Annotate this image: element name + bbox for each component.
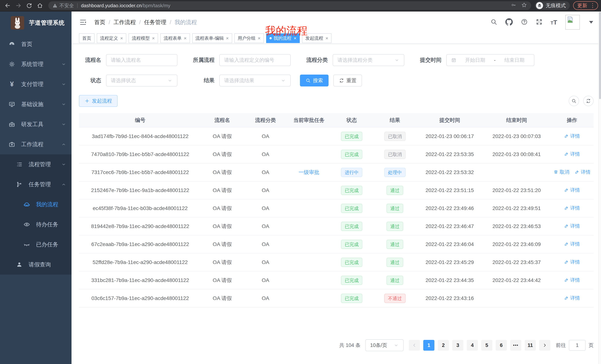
sidebar-item-home[interactable]: 首页 — [0, 34, 71, 54]
browser-update-button[interactable]: 更新 ⋮ — [573, 1, 598, 10]
tab-close-icon[interactable]: × — [120, 36, 123, 41]
fullscreen-icon[interactable] — [536, 19, 542, 26]
browser-back-button[interactable] — [3, 1, 12, 10]
result-badge: 通过 — [387, 258, 403, 267]
create-process-button[interactable]: 发起流程 — [79, 95, 118, 107]
cell-process-category: OA — [243, 289, 288, 307]
next-page-button[interactable] — [539, 340, 550, 351]
cell-status: 已完成 — [330, 289, 373, 307]
reset-button[interactable]: 重置 — [333, 75, 362, 86]
passkey-icon[interactable] — [511, 2, 516, 9]
tab[interactable]: 流程定义× — [97, 33, 126, 43]
process-category-select[interactable]: 请选择流程分类 — [333, 54, 404, 66]
detail-action-link[interactable]: 详情 — [564, 133, 580, 139]
tab[interactable]: 流程表单-编辑× — [192, 33, 232, 43]
tab-close-icon[interactable]: × — [258, 36, 260, 41]
breadcrumb-item[interactable]: 任务管理 — [144, 19, 166, 26]
tab-close-icon[interactable]: × — [184, 36, 186, 41]
sidebar-item-system[interactable]: 系统管理 — [0, 54, 71, 74]
url-text[interactable]: dashboard.yudao.iocoder.cn/bpm/task/my — [81, 3, 170, 9]
detail-action-link[interactable]: 详情 — [564, 205, 580, 211]
tab[interactable]: 用户分组× — [234, 33, 264, 43]
cell-process-id: ec45f38f-7b9a-11ec-b03b-acde48001122 — [79, 199, 201, 217]
start-date-placeholder: 开始日期 — [460, 57, 490, 63]
page-button[interactable]: 3 — [452, 340, 463, 351]
browser-home-button[interactable] — [35, 1, 45, 10]
browser-forward-button[interactable] — [14, 1, 23, 10]
status-select[interactable]: 请选择状态 — [106, 75, 177, 86]
cell-end-time: 2022-01-23 00:08:41 — [483, 145, 550, 163]
result-badge: 不通过 — [384, 294, 406, 303]
result-select[interactable]: 请选择流结果 — [219, 75, 291, 86]
cancel-action-link[interactable]: 取消 — [553, 169, 570, 175]
current-task-link[interactable]: 一级审批 — [299, 169, 320, 175]
page-button[interactable]: 4 — [467, 340, 478, 351]
app-logo-row[interactable]: 芋道管理系统 — [0, 11, 71, 34]
address-bar[interactable]: 不安全 dashboard.yudao.iocoder.cn/bpm/task/… — [48, 1, 531, 10]
detail-action-link[interactable]: 详情 — [564, 259, 580, 265]
scrollbar-thumb[interactable] — [599, 12, 601, 99]
goto-page-input[interactable] — [569, 340, 586, 351]
cell-result: 不通过 — [373, 289, 417, 307]
sidebar-item-leave-query[interactable]: 请假查询 — [0, 255, 71, 275]
cell-submit-time: 2022-01-22 23:53:32 — [417, 163, 483, 181]
tab-close-icon[interactable]: × — [226, 36, 229, 41]
security-warning-label[interactable]: 不安全 — [60, 2, 74, 9]
detail-action-link[interactable]: 详情 — [564, 241, 580, 247]
page-ellipsis[interactable]: ••• — [510, 340, 521, 351]
github-icon[interactable] — [505, 18, 513, 26]
submit-time-range-picker[interactable]: 开始日期 - 结束日期 — [446, 54, 534, 66]
page-button-active[interactable]: 1 — [423, 340, 434, 351]
detail-action-link[interactable]: 详情 — [564, 151, 580, 157]
bookmark-star-icon[interactable] — [521, 2, 527, 9]
cell-current-task — [288, 217, 330, 235]
result-badge: 通过 — [387, 204, 403, 213]
page-button[interactable]: 2 — [438, 340, 449, 351]
incognito-icon — [536, 2, 543, 9]
breadcrumb-item[interactable]: 工作流程 — [113, 19, 136, 26]
font-size-icon[interactable]: TT — [551, 19, 557, 26]
refresh-table-button[interactable] — [583, 96, 594, 106]
detail-action-link[interactable]: 详情 — [564, 277, 580, 283]
header-search-icon[interactable] — [491, 19, 497, 26]
sidebar-item-payment[interactable]: ¥ 支付管理 — [0, 74, 71, 94]
detail-action-link[interactable]: 详情 — [575, 169, 591, 175]
search-button[interactable]: 搜索 — [300, 75, 329, 86]
sidebar-item-todo-tasks[interactable]: 待办任务 — [0, 214, 71, 234]
process-definition-input[interactable] — [219, 54, 291, 66]
avatar[interactable] — [565, 15, 580, 30]
avatar-caret-icon[interactable] — [589, 21, 593, 24]
sidebar-item-task-management[interactable]: 任务管理 — [0, 174, 71, 194]
detail-action-link[interactable]: 详情 — [564, 223, 580, 229]
help-icon[interactable] — [521, 19, 528, 26]
show-search-toggle-button[interactable] — [569, 96, 579, 106]
process-name-input[interactable] — [106, 54, 177, 66]
cell-current-task — [288, 253, 330, 271]
browser-menu-icon[interactable]: ⋮ — [590, 3, 595, 8]
page-button[interactable]: 11 — [525, 340, 536, 351]
page-button[interactable]: 6 — [496, 340, 507, 351]
tab[interactable]: 流程模型× — [129, 33, 158, 43]
sidebar-item-infrastructure[interactable]: 基础设施 — [0, 94, 71, 114]
sidebar-item-process-management[interactable]: 流程管理 — [0, 154, 71, 174]
detail-action-link[interactable]: 详情 — [564, 187, 580, 193]
page-button[interactable]: 5 — [481, 340, 492, 351]
breadcrumb-item[interactable]: 首页 — [94, 19, 105, 26]
chevron-down-icon — [61, 102, 66, 107]
tab[interactable]: 流程表单× — [160, 33, 190, 43]
window-scrollbar[interactable] — [598, 11, 601, 364]
sidebar-item-devtools[interactable]: 研发工具 — [0, 114, 71, 134]
cell-actions: 详情 — [550, 271, 594, 289]
sidebar-toggle-icon[interactable] — [79, 19, 87, 26]
sidebar-item-workflow[interactable]: 工作流程 — [0, 134, 71, 154]
sidebar-item-my-processes[interactable]: 我的流程 — [0, 194, 71, 214]
detail-action-link[interactable]: 详情 — [564, 295, 580, 301]
browser-reload-button[interactable] — [25, 1, 34, 10]
page-size-select[interactable]: 10条/页 — [365, 339, 404, 351]
tab-close-icon[interactable]: × — [325, 36, 328, 41]
tab[interactable]: 首页 — [79, 33, 95, 43]
tab-close-icon[interactable]: × — [152, 36, 155, 41]
sidebar-item-done-tasks[interactable]: 已办任务 — [0, 234, 71, 255]
prev-page-button[interactable] — [409, 340, 420, 351]
briefcase-icon — [8, 141, 16, 148]
